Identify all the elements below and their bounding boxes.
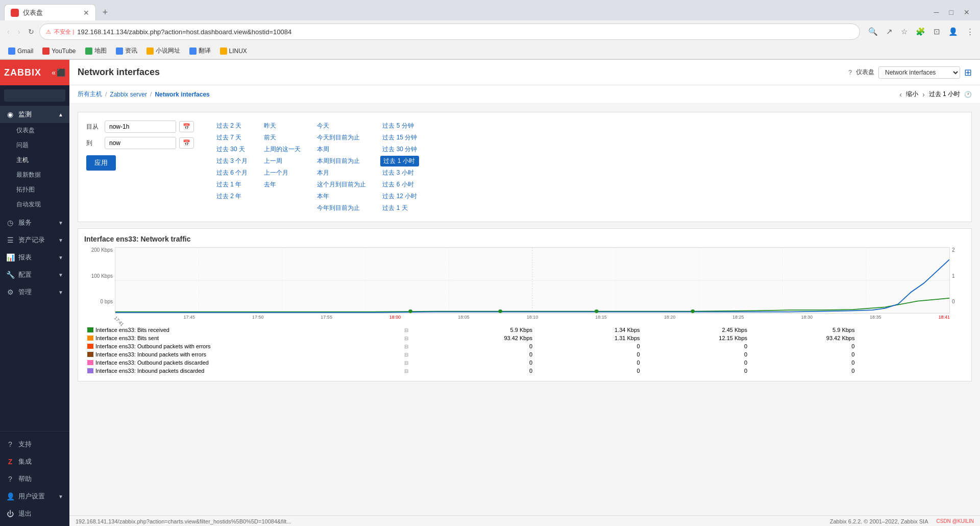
dashboard-select[interactable]: Network interfaces xyxy=(878,66,960,79)
sidebar-item-logout[interactable]: ⏻ 退出 xyxy=(0,505,69,522)
sidebar-item-config[interactable]: 🔧 配置 ▼ xyxy=(0,266,69,283)
time-link-today-so-far[interactable]: 今天到目前为止 xyxy=(315,132,368,143)
sidebar-item-reports[interactable]: 📊 报表 ▼ xyxy=(0,249,69,266)
breadcrumb-next-button[interactable]: › xyxy=(922,90,925,99)
legend-val-id-3: 0 xyxy=(643,367,750,375)
tab-close-button[interactable]: ✕ xyxy=(83,9,89,17)
time-link-today[interactable]: 今天 xyxy=(315,121,368,131)
time-link-day-before[interactable]: 前天 xyxy=(262,132,303,143)
sidebar-item-integrations[interactable]: Z 集成 xyxy=(0,453,69,470)
bookmark-gmail[interactable]: Gmail xyxy=(4,46,37,56)
content-body: 目从 📅 到 📅 应用 过去 2 天 昨天 xyxy=(69,104,980,515)
time-link-15min[interactable]: 过去 15 分钟 xyxy=(380,132,419,143)
sidebar-item-hosts[interactable]: 主机 xyxy=(10,153,69,168)
time-link-30days[interactable]: 过去 30 天 xyxy=(214,144,250,155)
legend-val-id-4: 0 xyxy=(750,367,857,375)
breadcrumb-zabbix-server[interactable]: Zabbix server xyxy=(110,91,147,98)
apply-button[interactable]: 应用 xyxy=(86,155,116,171)
sidebar-item-monitoring[interactable]: ◉ 监测 ▲ xyxy=(0,106,69,123)
legend-val-oe-4: 0 xyxy=(750,342,857,350)
time-link-30min[interactable]: 过去 30 分钟 xyxy=(380,144,419,155)
active-tab[interactable]: 仪表盘 ✕ xyxy=(4,4,96,20)
menu-button[interactable]: ⋮ xyxy=(964,26,976,37)
bookmark-translate[interactable]: 翻译 xyxy=(185,45,215,56)
time-link-1year[interactable]: 过去 1 年 xyxy=(214,179,250,190)
bookmark-linux[interactable]: LINUX xyxy=(216,46,251,56)
extensions-button[interactable]: 🧩 xyxy=(914,26,927,37)
to-label: 到 xyxy=(86,139,102,148)
time-link-3hours[interactable]: 过去 3 小时 xyxy=(380,168,419,178)
time-link-3months[interactable]: 过去 3 个月 xyxy=(214,156,250,166)
time-link-this-month-so-far[interactable]: 这个月到目前为止 xyxy=(315,179,368,190)
time-link-6months[interactable]: 过去 6 个月 xyxy=(214,168,250,178)
bookmark-maps[interactable]: 地图 xyxy=(81,45,111,56)
back-button[interactable]: ‹ xyxy=(4,26,13,38)
new-tab-button[interactable]: + xyxy=(98,5,112,19)
sidebar-item-admin[interactable]: ⚙ 管理 ▼ xyxy=(0,283,69,301)
sidebar-search-input[interactable] xyxy=(4,89,65,102)
help-button[interactable]: ? xyxy=(848,69,852,76)
sidebar-item-services[interactable]: ◷ 服务 ▼ xyxy=(0,214,69,231)
sidebar-item-dashboard[interactable]: 仪表盘 xyxy=(10,123,69,138)
time-link-1hour[interactable]: 过去 1 小时 xyxy=(380,156,419,166)
forward-button[interactable]: › xyxy=(15,26,23,38)
sidebar-item-assets[interactable]: ☰ 资产记录 ▼ xyxy=(0,231,69,249)
time-link-2days[interactable]: 过去 2 天 xyxy=(214,121,250,131)
sidebar-item-user-settings[interactable]: 👤 用户设置 ▼ xyxy=(0,488,69,505)
time-link-this-year[interactable]: 本年 xyxy=(315,191,368,202)
share-button[interactable]: ↗ xyxy=(884,26,895,37)
time-link-this-week[interactable]: 本周 xyxy=(315,144,368,155)
bookmark-button[interactable]: ☆ xyxy=(899,26,910,37)
sidebar-item-help[interactable]: ? 帮助 xyxy=(0,470,69,488)
time-link-prev-month[interactable]: 上一个月 xyxy=(262,168,303,178)
time-from-input[interactable] xyxy=(105,121,176,133)
time-link-prev-year[interactable]: 去年 xyxy=(262,179,303,190)
sidebar-item-latest-data[interactable]: 最新数据 xyxy=(10,168,69,182)
to-calendar-button[interactable]: 📅 xyxy=(179,137,194,149)
sidebar-item-support[interactable]: ? 支持 xyxy=(0,436,69,453)
grid-icon[interactable]: ⊞ xyxy=(964,67,972,78)
security-warning: ⚠ xyxy=(46,29,51,35)
config-icon: 🔧 xyxy=(6,271,14,279)
breadcrumb-all-hosts[interactable]: 所有主机 xyxy=(78,90,102,99)
services-icon: ◷ xyxy=(6,219,14,227)
bookmark-news[interactable]: 资讯 xyxy=(112,45,141,56)
time-link-this-year-so-far[interactable]: 今年到目前为止 xyxy=(315,203,368,213)
address-bar[interactable]: ⚠ 不安全 | 192.168.141.134/zabbix.php?actio… xyxy=(39,23,860,40)
time-link-prev-week[interactable]: 上一周 xyxy=(262,156,303,166)
x-label-1755: 17:55 xyxy=(321,315,332,320)
sidebar-collapse-button[interactable]: « xyxy=(52,68,56,77)
time-to-input[interactable] xyxy=(105,137,176,149)
time-link-this-week-so-far[interactable]: 本周到目前为止 xyxy=(315,156,368,166)
x-label-1815: 18:15 xyxy=(595,315,607,320)
time-link-1day[interactable]: 过去 1 天 xyxy=(380,203,419,213)
bookmark-novels[interactable]: 小说网址 xyxy=(142,45,184,56)
sidebar-item-problems[interactable]: 问题 xyxy=(10,138,69,153)
window-minimize-button[interactable]: ─ xyxy=(930,6,943,18)
sidebar-item-topology[interactable]: 拓扑图 xyxy=(10,182,69,197)
bookmark-youtube[interactable]: YouTube xyxy=(38,46,80,56)
profile-button[interactable]: 👤 xyxy=(946,26,960,37)
from-calendar-button[interactable]: 📅 xyxy=(179,121,194,132)
time-link-empty1 xyxy=(262,191,303,202)
window-maximize-button[interactable]: □ xyxy=(945,6,958,18)
time-link-this-day-last-week[interactable]: 上周的这一天 xyxy=(262,144,303,155)
split-view-button[interactable]: ⊡ xyxy=(932,26,942,37)
time-link-6hours[interactable]: 过去 6 小时 xyxy=(380,179,419,190)
legend-val-ie-1: 0 xyxy=(428,350,535,358)
time-link-5min[interactable]: 过去 5 分钟 xyxy=(380,121,419,131)
time-link-7days[interactable]: 过去 7 天 xyxy=(214,132,250,143)
window-close-button[interactable]: ✕ xyxy=(960,6,974,18)
time-link-yesterday[interactable]: 昨天 xyxy=(262,121,303,131)
breadcrumb-prev-button[interactable]: ‹ xyxy=(899,90,902,99)
x-label-1750: 17:50 xyxy=(252,315,264,320)
time-link-2years[interactable]: 过去 2 年 xyxy=(214,191,250,202)
search-icon-button[interactable]: 🔍 xyxy=(866,26,880,37)
time-link-this-month[interactable]: 本月 xyxy=(315,168,368,178)
time-link-12hours[interactable]: 过去 12 小时 xyxy=(380,191,419,202)
sidebar-item-discovery[interactable]: 自动发现 xyxy=(10,197,69,212)
support-label: 支持 xyxy=(18,440,32,449)
sidebar-logo: ZABBIX « ⬛ xyxy=(0,60,69,85)
refresh-button[interactable]: ↻ xyxy=(25,26,37,38)
sidebar-expand-button[interactable]: ⬛ xyxy=(57,68,65,77)
